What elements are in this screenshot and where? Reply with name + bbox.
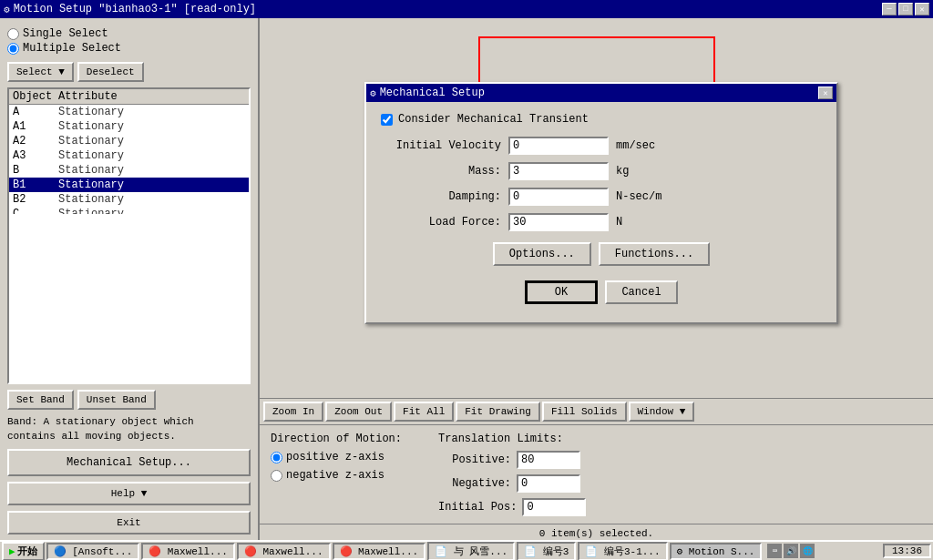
multiple-select-label: Multiple Select <box>23 42 121 55</box>
unset-band-button[interactable]: Unset Band <box>77 390 156 410</box>
damping-unit: N-sec/m <box>616 190 661 203</box>
taskbar-item-1[interactable]: 🔴 Maxwell... <box>141 543 235 560</box>
list-item[interactable]: B2Stationary <box>9 192 249 207</box>
object-list-container: Object Attribute AStationaryA1Stationary… <box>7 87 251 384</box>
start-button[interactable]: ▶ 开始 <box>2 542 45 561</box>
left-panel: Single Select Multiple Select Select ▼ D… <box>0 18 260 542</box>
mass-label: Mass: <box>381 165 508 178</box>
sys-icon-3: 🌐 <box>800 544 815 558</box>
listbox-header: Object Attribute <box>9 89 249 105</box>
multiple-select-option[interactable]: Multiple Select <box>7 42 251 55</box>
load-force-input[interactable] <box>508 213 609 231</box>
single-select-option[interactable]: Single Select <box>7 27 251 40</box>
neg-z-option[interactable]: negative z-axis <box>271 469 402 482</box>
translation-group: Translation Limits: Positive: Negative: … <box>438 433 586 516</box>
maximize-button[interactable]: □ <box>898 3 913 15</box>
fill-solids-button[interactable]: Fill Solids <box>542 402 627 422</box>
initial-velocity-row: Initial Velocity mm/sec <box>381 137 822 155</box>
zoom-in-button[interactable]: Zoom In <box>263 402 323 422</box>
help-exit-section: Help ▼ Exit <box>7 482 251 535</box>
options-functions-row: Options... Functions... <box>381 242 822 266</box>
title-bar: ⚙ Motion Setup "bianhao3-1" [read-only] … <box>0 0 933 18</box>
sys-icon-1: ⌨ <box>767 544 782 558</box>
list-item[interactable]: B1Stationary <box>9 178 249 192</box>
taskbar-item-7[interactable]: ⚙ Motion S... <box>670 543 763 560</box>
pos-z-radio[interactable] <box>271 452 282 463</box>
initial-velocity-label: Initial Velocity <box>381 139 508 152</box>
taskbar-item-5[interactable]: 📄 编号3 <box>517 542 576 561</box>
mass-row: Mass: kg <box>381 162 822 180</box>
object-listbox[interactable]: AStationaryA1StationaryA2StationaryA3Sta… <box>9 105 249 214</box>
direction-group: Direction of Motion: positive z-axis neg… <box>271 433 402 516</box>
list-item[interactable]: A2Stationary <box>9 134 249 148</box>
taskbar-sys-icons: ⌨ 🔊 🌐 <box>764 544 818 558</box>
fit-all-button[interactable]: Fit All <box>394 402 454 422</box>
initial-velocity-input[interactable] <box>508 137 609 155</box>
cancel-button[interactable]: Cancel <box>605 280 678 304</box>
dialog-content: Consider Mechanical Transient Initial Ve… <box>366 102 836 322</box>
taskbar-item-4[interactable]: 📄 与 风雪... <box>427 542 515 561</box>
close-button[interactable]: ✕ <box>915 3 929 15</box>
taskbar-item-0[interactable]: 🔵 [Ansoft... <box>46 543 140 560</box>
list-item[interactable]: A3Stationary <box>9 148 249 163</box>
mechanical-setup-dialog: ⚙ Mechanical Setup ✕ Consider Mechanical… <box>364 82 838 324</box>
attribute-header: Attribute <box>58 90 245 103</box>
transient-label: Consider Mechanical Transient <box>398 113 589 126</box>
dialog-title-text: Mechanical Setup <box>380 87 485 99</box>
positive-input[interactable] <box>517 451 580 469</box>
minimize-button[interactable]: ─ <box>882 3 897 15</box>
translation-label: Translation Limits: <box>438 433 586 445</box>
list-item[interactable]: CStationary <box>9 207 249 214</box>
damping-label: Damping: <box>381 190 508 203</box>
fit-drawing-button[interactable]: Fit Drawing <box>456 402 540 422</box>
initial-pos-input[interactable] <box>522 498 586 516</box>
pos-z-option[interactable]: positive z-axis <box>271 451 402 463</box>
dialog-close-button[interactable]: ✕ <box>818 87 833 99</box>
pos-z-label: positive z-axis <box>286 451 384 463</box>
positive-field-row: Positive: <box>438 451 586 469</box>
negative-label: Negative: <box>438 477 511 490</box>
transient-checkbox[interactable] <box>381 114 393 126</box>
taskbar-item-6[interactable]: 📄 编号3-1... <box>578 542 667 561</box>
sys-icon-2: 🔊 <box>784 544 798 558</box>
list-item[interactable]: A1Stationary <box>9 119 249 134</box>
taskbar: ▶ 开始 🔵 [Ansoft... 🔴 Maxwell... 🔴 Maxwell… <box>0 540 933 560</box>
band-description: Band: A stationary object whichcontains … <box>7 415 251 443</box>
single-select-radio[interactable] <box>7 28 19 40</box>
list-item[interactable]: BStationary <box>9 163 249 178</box>
mechanical-setup-button[interactable]: Mechanical Setup... <box>7 449 251 476</box>
initial-pos-field-row: Initial Pos: <box>438 498 586 516</box>
toolbar: Zoom In Zoom Out Fit All Fit Drawing Fil… <box>260 398 933 424</box>
single-select-label: Single Select <box>23 27 108 40</box>
negative-input[interactable] <box>517 474 580 493</box>
window-button[interactable]: Window ▼ <box>629 402 695 422</box>
start-label: 开始 <box>17 545 37 558</box>
status-bar: 0 item(s) selected. <box>260 524 933 542</box>
set-band-button[interactable]: Set Band <box>7 390 74 410</box>
object-header: Object <box>13 90 58 103</box>
band-buttons: Set Band Unset Band <box>7 390 251 410</box>
select-mode-group: Single Select Multiple Select <box>7 25 251 56</box>
mass-input[interactable] <box>508 162 609 180</box>
neg-z-radio[interactable] <box>271 470 282 482</box>
ok-button[interactable]: OK <box>525 280 598 304</box>
damping-row: Damping: N-sec/m <box>381 188 822 206</box>
options-button[interactable]: Options... <box>493 242 591 266</box>
deselect-button[interactable]: Deselect <box>77 62 144 82</box>
app-title: Motion Setup "bianhao3-1" [read-only] <box>14 3 256 15</box>
multiple-select-radio[interactable] <box>7 43 19 55</box>
exit-button[interactable]: Exit <box>7 511 251 535</box>
damping-input[interactable] <box>508 188 609 206</box>
bottom-area: Direction of Motion: positive z-axis neg… <box>260 424 933 524</box>
help-button[interactable]: Help ▼ <box>7 482 251 505</box>
transient-checkbox-row: Consider Mechanical Transient <box>381 113 822 126</box>
select-button[interactable]: Select ▼ <box>7 62 74 82</box>
negative-field-row: Negative: <box>438 474 586 493</box>
taskbar-item-2[interactable]: 🔴 Maxwell... <box>237 543 331 560</box>
dialog-title-bar: ⚙ Mechanical Setup ✕ <box>366 84 836 102</box>
functions-button[interactable]: Functions... <box>599 242 710 266</box>
taskbar-item-3[interactable]: 🔴 Maxwell... <box>333 543 426 560</box>
neg-z-label: negative z-axis <box>286 469 384 482</box>
list-item[interactable]: AStationary <box>9 105 249 119</box>
zoom-out-button[interactable]: Zoom Out <box>325 402 392 422</box>
